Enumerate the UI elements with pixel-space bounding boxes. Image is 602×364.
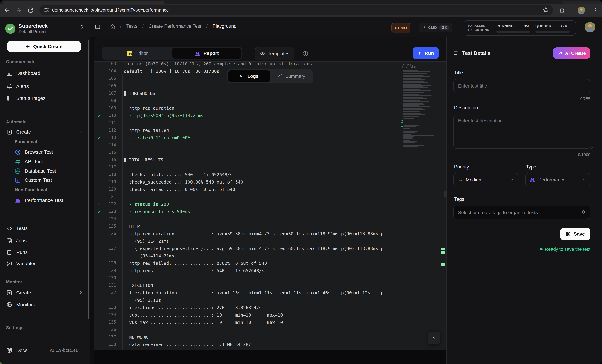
forward-icon[interactable]: [15, 7, 22, 13]
quick-create-button[interactable]: Quick Create: [7, 41, 81, 52]
sidebar-toggle-icon[interactable]: [95, 24, 101, 30]
chevron-down-icon: [78, 129, 84, 134]
subsection-non-functional: Non-Functional: [15, 187, 47, 192]
minimap-line: [403, 112, 420, 112]
sidebar-item-alerts[interactable]: Alerts: [6, 82, 29, 90]
sidebar-item-variables[interactable]: Variables: [6, 259, 36, 268]
desktop: demo.supercheck.io/playground?scriptType…: [0, 0, 602, 364]
breadcrumb-tests[interactable]: Tests: [126, 24, 138, 29]
type-select[interactable]: k6 Performance: [525, 173, 590, 187]
back-icon[interactable]: [4, 7, 10, 13]
sidebar-item-docs[interactable]: Docs v1.1.9-beta.41: [6, 346, 84, 354]
sidebar-scrollbar[interactable]: [88, 40, 89, 319]
chevron-down-icon: [510, 177, 514, 182]
sidebar-item-dashboard[interactable]: Dashboard: [6, 69, 40, 77]
browser-tab-strip: [0, 0, 602, 3]
sidebar-item-browser-test[interactable]: Browser Test: [15, 148, 53, 156]
home-icon[interactable]: [110, 24, 116, 30]
sidebar-item-custom-test[interactable]: Custom Test: [15, 176, 52, 184]
site-settings-icon[interactable]: [44, 7, 50, 13]
arrow-right-icon: →: [458, 177, 462, 183]
sidebar-item-create-monitor[interactable]: Create: [6, 288, 84, 297]
line-number: 134: [100, 311, 116, 318]
report-terminal[interactable]: 103running (0m30.0s), 10/10 VUs, 200 com…: [94, 61, 446, 350]
sidebar-item-status-pages[interactable]: Status Pages: [6, 94, 46, 102]
tab-editor[interactable]: JS Editor: [103, 48, 172, 59]
sidebar-item-api-test[interactable]: API Test: [15, 157, 43, 166]
line-text: vus............................: 10 min=…: [124, 311, 283, 318]
line-text: iteration_duration.............: avg=1.1…: [124, 289, 384, 296]
minimap-line: [403, 94, 419, 95]
line-number: 130: [100, 274, 116, 281]
download-logs-button[interactable]: [428, 332, 441, 344]
extensions-icon[interactable]: [559, 8, 565, 14]
line-number: 138: [100, 341, 116, 348]
save-button[interactable]: Save: [560, 228, 590, 240]
reload-icon[interactable]: [27, 7, 34, 13]
sidebar-item-performance-test[interactable]: k6 Performance Test: [15, 196, 63, 204]
minimap-line: [403, 98, 427, 99]
minimap-line: [403, 96, 421, 96]
sidebar-item-monitors[interactable]: Monitors: [6, 300, 35, 309]
minimap[interactable]: k6: [401, 63, 439, 148]
ai-create-button[interactable]: AI Create: [553, 47, 590, 59]
project-subtitle: Default Project: [19, 29, 46, 34]
toggle-summary[interactable]: Summary: [270, 70, 312, 82]
bookmark-star-icon[interactable]: [542, 7, 549, 13]
minimap-line: [403, 80, 422, 80]
minimap-line: [403, 92, 429, 92]
browser-menu-icon[interactable]: [592, 7, 599, 13]
terminal-line: 117: [94, 163, 446, 171]
toggle-logs[interactable]: >_ Logs: [228, 70, 270, 82]
sidebar-item-tests[interactable]: Tests: [6, 224, 28, 232]
minimap-line: [403, 90, 431, 91]
templates-button[interactable]: Templates: [255, 47, 294, 61]
minimap-line: [403, 107, 421, 107]
plus-square-icon: [6, 290, 12, 296]
sidebar-item-jobs[interactable]: Jobs: [6, 236, 27, 245]
toolbar-divider: [572, 7, 572, 13]
title-input[interactable]: [453, 79, 590, 93]
browser-profile-avatar[interactable]: [578, 7, 585, 14]
sidebar-item-database-test[interactable]: Database Test: [15, 167, 56, 175]
minimap-line: [403, 73, 422, 74]
breadcrumb-create-performance-test[interactable]: Create Performance Test: [149, 24, 201, 29]
terminal-line: 135 vus_max........................: 10 …: [94, 318, 446, 326]
description-textarea[interactable]: [453, 115, 590, 149]
minimap-line: [403, 96, 429, 97]
tab-report[interactable]: k6 Report: [172, 48, 241, 59]
info-icon[interactable]: [302, 51, 308, 57]
line-number: 111: [100, 119, 116, 126]
plus-square-icon: [6, 129, 12, 135]
priority-select[interactable]: → Medium: [453, 173, 518, 187]
command-palette-button[interactable]: CMD ⌘K: [419, 22, 452, 32]
minimap-line: [403, 99, 418, 99]
line-text: http_reqs......................: 540 17.…: [124, 267, 264, 274]
sidebar-label: Jobs: [16, 238, 27, 243]
url-text[interactable]: demo.supercheck.io/playground?scriptType…: [52, 5, 169, 15]
line-number: 125: [100, 222, 116, 230]
terminal-lines: 103running (0m30.0s), 10/10 VUs, 200 com…: [94, 61, 446, 348]
minimap-line: [403, 108, 427, 108]
user-avatar[interactable]: [585, 22, 595, 32]
svg-text:k6: k6: [196, 54, 198, 56]
terminal-line: 125 HTTP: [94, 222, 446, 230]
textarea-resize-icon[interactable]: [590, 146, 593, 149]
line-text: NETWORK: [124, 333, 148, 341]
sidebar-item-runs[interactable]: Runs: [6, 248, 28, 256]
url-bar[interactable]: demo.supercheck.io/playground?scriptType…: [39, 5, 553, 15]
terminal-line: 131 EXECUTION: [94, 281, 446, 289]
line-number: 117: [100, 163, 116, 171]
terminal-line: 126 http_req_duration..............: avg…: [94, 230, 446, 237]
queued-value: 0/10: [561, 24, 568, 28]
sidebar-item-create-automate[interactable]: Create: [6, 128, 84, 136]
browser-active-tab[interactable]: [3, 1, 164, 3]
minimap-line: [403, 129, 434, 130]
sidebar-label: Runs: [16, 249, 28, 255]
sidebar-label: API Test: [25, 159, 43, 164]
run-button[interactable]: Run: [413, 47, 439, 59]
playground-card: JS Editor k6 Report Templates Run 103run…: [94, 37, 602, 364]
tags-select[interactable]: Select or create tags to organize tests.…: [453, 206, 590, 219]
project-switcher-icon[interactable]: [80, 25, 84, 31]
browser-tab-secondary[interactable]: [562, 1, 602, 3]
